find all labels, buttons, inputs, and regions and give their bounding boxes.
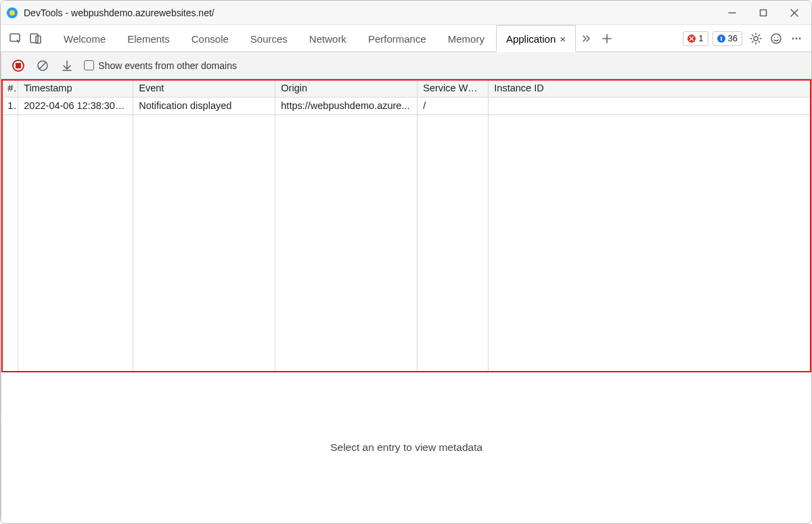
error-count: 1 <box>698 33 703 43</box>
svg-point-15 <box>771 34 781 43</box>
error-dot-icon <box>687 35 696 43</box>
tabbar: Welcome Elements Console Sources Network… <box>1 25 811 52</box>
inspect-icon[interactable] <box>6 29 25 48</box>
stop-recording-button[interactable] <box>11 58 26 73</box>
col-event[interactable]: Event <box>133 79 275 97</box>
tab-elements[interactable]: Elements <box>117 25 180 52</box>
tab-network[interactable]: Network <box>299 25 357 52</box>
notifications-toolbar: Show events from other domains <box>1 52 811 79</box>
more-tabs-icon[interactable] <box>577 29 596 48</box>
window-minimize-button[interactable] <box>717 3 748 23</box>
tab-sources[interactable]: Sources <box>240 25 298 52</box>
svg-rect-6 <box>10 34 20 41</box>
titlebar: DevTools - webpushdemo.azurewebsites.net… <box>1 1 811 25</box>
close-icon[interactable]: × <box>560 33 566 45</box>
new-tab-icon[interactable] <box>597 29 616 48</box>
tab-performance[interactable]: Performance <box>358 25 436 52</box>
feedback-icon[interactable] <box>767 29 786 48</box>
col-index[interactable]: # <box>2 79 18 97</box>
svg-point-20 <box>799 37 801 39</box>
metadata-placeholder: Select an entry to view metadata <box>1 372 811 524</box>
settings-icon[interactable] <box>746 29 765 48</box>
table-header-row: # Timestamp Event Origin Service Wor... … <box>2 79 811 97</box>
content-pane: Show events from other domains # Timesta… <box>1 52 811 523</box>
window-maximize-button[interactable] <box>748 3 779 23</box>
svg-rect-7 <box>30 34 38 43</box>
show-other-domains-checkbox[interactable]: Show events from other domains <box>84 60 237 71</box>
issues-count: 36 <box>728 33 738 43</box>
tab-welcome[interactable]: Welcome <box>53 25 116 52</box>
table-row[interactable]: 1 2022-04-06 12:38:30.8... Notification … <box>2 97 811 114</box>
svg-point-16 <box>774 37 775 38</box>
col-sw[interactable]: Service Wor... <box>418 79 489 97</box>
svg-point-14 <box>754 37 758 41</box>
tab-console[interactable]: Console <box>181 25 239 52</box>
col-origin[interactable]: Origin <box>275 79 418 97</box>
tab-application[interactable]: Application× <box>496 25 576 52</box>
svg-point-18 <box>792 37 794 39</box>
svg-line-43 <box>39 62 46 69</box>
device-toggle-icon[interactable] <box>26 29 45 48</box>
clear-button[interactable] <box>35 58 50 73</box>
save-button[interactable] <box>60 58 74 73</box>
svg-point-19 <box>796 37 798 39</box>
kebab-menu-icon[interactable] <box>787 29 806 48</box>
devtools-app-icon <box>6 7 18 19</box>
window-close-button[interactable] <box>779 3 810 23</box>
window-title: DevTools - webpushdemo.azurewebsites.net… <box>24 7 717 18</box>
svg-point-17 <box>777 37 779 38</box>
col-timestamp[interactable]: Timestamp <box>18 79 133 97</box>
checkbox-icon <box>84 60 94 70</box>
info-dot-icon <box>717 35 725 43</box>
error-badge[interactable]: 1 <box>683 31 708 46</box>
svg-point-1 <box>9 10 15 16</box>
tab-memory[interactable]: Memory <box>438 25 495 52</box>
col-instance[interactable]: Instance ID <box>489 79 811 97</box>
svg-rect-13 <box>721 37 722 41</box>
svg-rect-3 <box>761 9 767 16</box>
issues-badge[interactable]: 36 <box>713 31 742 46</box>
events-table-area: # Timestamp Event Origin Service Wor... … <box>1 79 811 372</box>
show-other-domains-label: Show events from other domains <box>98 60 237 71</box>
events-table: # Timestamp Event Origin Service Wor... … <box>1 79 811 115</box>
